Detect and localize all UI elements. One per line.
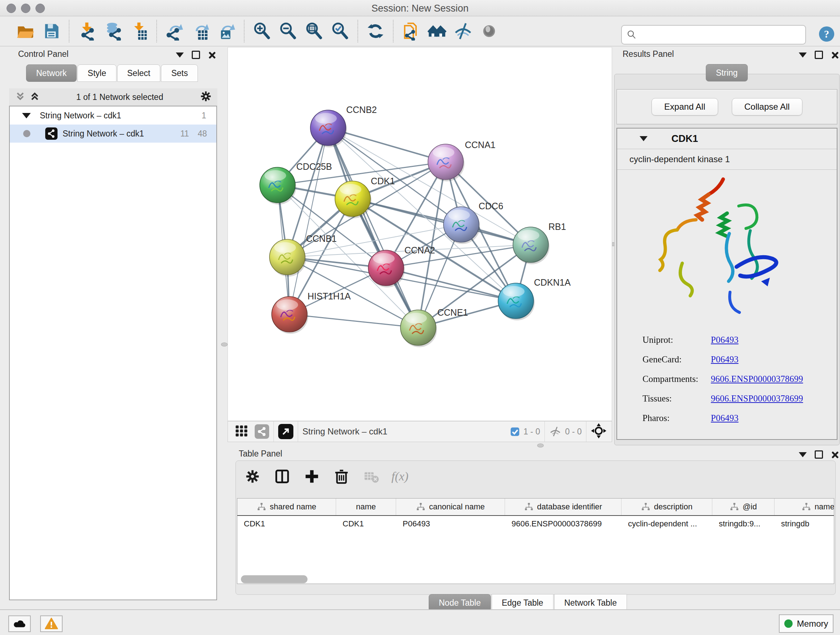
crosslink-compartments-link[interactable]: 9606.ENSP00000378699 [711,374,803,384]
crosslink-tissues-link[interactable]: 9606.ENSP00000378699 [711,394,803,404]
export-image-button[interactable] [216,21,237,41]
table-toolbar: f(x) [243,466,409,487]
refresh-view-icon [366,22,385,41]
column-header-database-identifier[interactable]: database identifier [505,499,622,515]
birds-eye-crosshair-icon[interactable] [591,423,607,440]
expand-all-networks-icon[interactable] [29,91,40,103]
zoom-selected-button[interactable] [330,21,351,41]
node-CDKN1A[interactable]: CDKN1A [498,277,571,320]
section-expand-icon[interactable] [639,136,647,141]
column-header-shared-name[interactable]: shared name [237,499,336,515]
show-columns-icon[interactable] [273,467,292,486]
crosslink-label: Pharos: [643,413,669,423]
node-CCNE1[interactable]: CCNE1 [401,307,468,347]
collapse-panel-icon[interactable] [799,52,807,57]
column-header-name[interactable]: name [336,499,396,515]
delete-column-trash-icon[interactable] [332,467,351,486]
zoom-in-button[interactable] [251,21,272,41]
column-header-description[interactable]: description [622,499,712,515]
create-column-plus-icon[interactable] [302,467,321,486]
search-input[interactable] [640,30,805,40]
crosslink-pharos-link[interactable]: P06493 [711,413,738,423]
zoom-fit-button[interactable] [303,21,325,41]
column-header-canonical-name[interactable]: canonical name [396,499,505,515]
warning-button[interactable] [40,616,63,632]
node-label-CCNE1: CCNE1 [437,307,468,318]
selected-checkbox-icon[interactable] [510,427,520,437]
home-button[interactable] [426,21,447,41]
edge-count: 48 [197,129,207,139]
toolbar-separator [69,20,69,42]
tab-node-table[interactable]: Node Table [429,594,491,611]
table-header-row: shared namenamecanonical namedatabase id… [237,499,834,516]
network-share-icon[interactable] [255,424,269,439]
zoom-out-icon [279,22,297,41]
tab-sets[interactable]: Sets [161,65,198,82]
network-graph[interactable]: CCNB2CCNA1CDC25BCDK1CDC6RB1CCNB1CCNA2CDK… [228,48,612,421]
close-panel-icon[interactable] [831,451,838,458]
tree-expand-icon[interactable] [22,113,31,119]
collapse-all-networks-icon[interactable] [15,91,26,103]
splitter-handle[interactable] [537,443,544,448]
highlight-button[interactable] [478,21,500,41]
collapse-all-button[interactable]: Collapse All [732,98,802,116]
node-RB1[interactable]: RB1 [513,222,566,264]
save-session-button[interactable] [41,21,62,41]
tab-style[interactable]: Style [77,65,116,82]
tab-select[interactable]: Select [117,65,161,82]
float-panel-icon[interactable] [815,450,823,459]
node-section-header[interactable]: CDK1 [617,128,837,149]
float-panel-icon[interactable] [192,51,200,59]
close-panel-icon[interactable] [831,51,838,59]
expand-all-button[interactable]: Expand All [652,98,718,116]
node-CDC25B[interactable]: CDC25B [260,162,332,204]
collapse-panel-icon[interactable] [799,452,807,457]
table-cell: stringdb:9... [712,516,775,532]
string-import-button[interactable] [401,21,422,41]
import-database-button[interactable] [103,21,123,41]
node-HIST1H1A[interactable]: HIST1H1A [272,291,351,334]
table-horizontal-scrollbar[interactable] [241,575,308,583]
float-panel-icon[interactable] [815,51,823,59]
crosslink-uniprot-link[interactable]: P06493 [711,335,738,345]
cloud-button[interactable] [8,616,31,632]
column-header-id[interactable]: @id [712,499,775,515]
show-hide-button[interactable] [453,21,474,41]
splitter-handle[interactable] [221,342,227,347]
edge-CCNB2-HIST1H1A[interactable] [289,128,328,314]
open-view-in-window-icon[interactable] [278,424,294,439]
tab-edge-table[interactable]: Edge Table [492,594,554,611]
zoom-out-button[interactable] [278,21,298,41]
network-tree-row[interactable]: String Network – cdk1 1 [10,106,216,125]
help-button[interactable]: ? [818,26,835,42]
tab-string[interactable]: String [706,64,748,81]
open-session-button[interactable] [15,21,36,41]
crosslink-genecard-link[interactable]: P06493 [711,355,738,364]
close-panel-icon[interactable] [208,51,215,59]
memory-button[interactable]: Memory [779,614,834,633]
table-options-gear-icon[interactable] [243,467,262,486]
grid-view-icon[interactable] [234,423,249,440]
tab-network-table[interactable]: Network Table [554,594,627,611]
table-row[interactable]: CDK1CDK1P064939606.ENSP00000378699cyclin… [237,516,834,532]
function-builder-icon: f(x) [392,470,409,483]
network-options-gear-icon[interactable] [199,90,212,104]
export-network-button[interactable] [164,21,185,41]
refresh-view-button[interactable] [365,21,386,41]
collapse-panel-icon[interactable] [176,52,184,57]
node-table[interactable]: shared namenamecanonical namedatabase id… [237,498,834,584]
import-network-button[interactable] [76,21,97,41]
import-table-button[interactable] [128,21,149,41]
table-cell: 9606.ENSP00000378699 [505,516,622,532]
search-box[interactable] [621,25,806,44]
node-CDC6[interactable]: CDC6 [444,201,503,244]
tab-network[interactable]: Network [26,65,77,82]
column-header-namespace[interactable]: namespace [775,499,834,515]
export-table-button[interactable] [190,21,211,41]
node-name: CDK1 [671,133,698,144]
edge-HIST1H1A-CCNE1[interactable] [289,314,418,328]
edge-CDK1-RB1[interactable] [353,199,531,245]
node-CCNA1[interactable]: CCNA1 [428,140,496,181]
node-CCNB2[interactable]: CCNB2 [310,105,377,147]
network-tree-row[interactable]: String Network – cdk1 11 48 [10,125,216,143]
